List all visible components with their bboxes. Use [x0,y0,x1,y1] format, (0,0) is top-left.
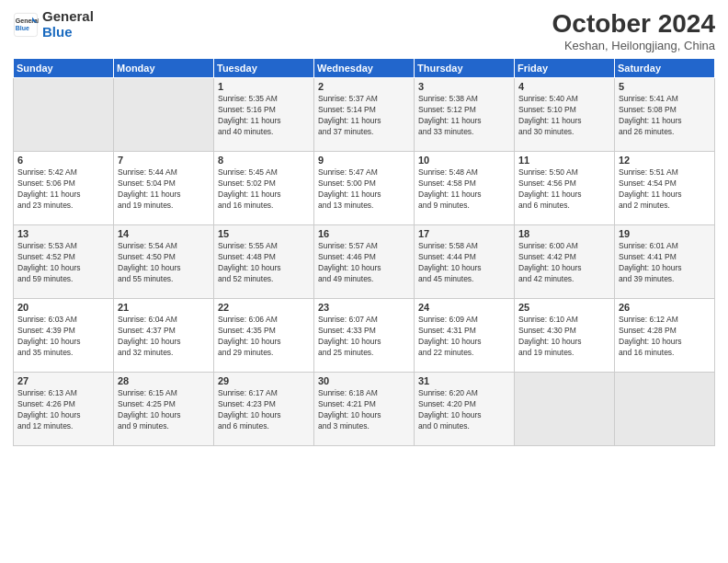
day-info: Sunrise: 5:51 AM Sunset: 4:54 PM Dayligh… [619,167,711,212]
day-number: 29 [218,375,310,386]
calendar-cell: 31Sunrise: 6:20 AM Sunset: 4:20 PM Dayli… [415,373,515,446]
day-number: 25 [518,302,610,313]
calendar-cell [14,78,114,152]
day-info: Sunrise: 6:01 AM Sunset: 4:41 PM Dayligh… [619,241,711,285]
calendar-cell: 16Sunrise: 5:57 AM Sunset: 4:46 PM Dayli… [314,225,415,299]
day-info: Sunrise: 6:17 AM Sunset: 4:23 PM Dayligh… [218,388,310,432]
day-number: 3 [418,81,510,92]
location: Keshan, Heilongjiang, China [552,39,715,52]
calendar-week-row: 27Sunrise: 6:13 AM Sunset: 4:26 PM Dayli… [14,373,715,446]
calendar-cell: 19Sunrise: 6:01 AM Sunset: 4:41 PM Dayli… [615,225,715,299]
calendar-cell: 27Sunrise: 6:13 AM Sunset: 4:26 PM Dayli… [14,373,114,446]
day-number: 23 [318,302,410,313]
logo: General Blue General Blue [13,9,94,40]
day-info: Sunrise: 5:40 AM Sunset: 5:10 PM Dayligh… [518,94,610,138]
day-number: 15 [218,228,310,239]
calendar-cell: 28Sunrise: 6:15 AM Sunset: 4:25 PM Dayli… [114,373,214,446]
calendar-cell: 2Sunrise: 5:37 AM Sunset: 5:14 PM Daylig… [314,78,415,152]
svg-text:Blue: Blue [16,24,29,30]
calendar-cell: 25Sunrise: 6:10 AM Sunset: 4:30 PM Dayli… [515,299,615,373]
day-number: 7 [118,155,210,166]
day-number: 10 [418,155,510,166]
calendar-cell: 10Sunrise: 5:48 AM Sunset: 4:58 PM Dayli… [415,152,515,225]
day-info: Sunrise: 5:38 AM Sunset: 5:12 PM Dayligh… [418,94,510,138]
day-info: Sunrise: 5:53 AM Sunset: 4:52 PM Dayligh… [17,241,109,285]
day-info: Sunrise: 5:44 AM Sunset: 5:04 PM Dayligh… [118,167,210,212]
day-number: 22 [218,302,310,313]
weekday-header: Monday [114,59,214,78]
calendar-cell: 14Sunrise: 5:54 AM Sunset: 4:50 PM Dayli… [114,225,214,299]
calendar-cell: 24Sunrise: 6:09 AM Sunset: 4:31 PM Dayli… [415,299,515,373]
calendar-week-row: 1Sunrise: 5:35 AM Sunset: 5:16 PM Daylig… [14,78,715,152]
calendar-cell: 20Sunrise: 6:03 AM Sunset: 4:39 PM Dayli… [14,299,114,373]
day-info: Sunrise: 5:57 AM Sunset: 4:46 PM Dayligh… [318,241,410,285]
day-info: Sunrise: 5:54 AM Sunset: 4:50 PM Dayligh… [118,241,210,285]
day-number: 19 [619,228,711,239]
weekday-header: Thursday [415,59,515,78]
day-number: 18 [518,228,610,239]
calendar-cell: 7Sunrise: 5:44 AM Sunset: 5:04 PM Daylig… [114,152,214,225]
day-info: Sunrise: 6:04 AM Sunset: 4:37 PM Dayligh… [118,315,210,359]
weekday-header: Wednesday [314,59,415,78]
day-info: Sunrise: 6:12 AM Sunset: 4:28 PM Dayligh… [619,315,711,359]
calendar-cell: 5Sunrise: 5:41 AM Sunset: 5:08 PM Daylig… [615,78,715,152]
day-number: 6 [17,155,109,166]
calendar-cell: 8Sunrise: 5:45 AM Sunset: 5:02 PM Daylig… [214,152,314,225]
logo-text-general: General [42,9,94,25]
day-info: Sunrise: 5:47 AM Sunset: 5:00 PM Dayligh… [318,167,410,212]
day-info: Sunrise: 5:41 AM Sunset: 5:08 PM Dayligh… [619,94,711,138]
day-info: Sunrise: 6:09 AM Sunset: 4:31 PM Dayligh… [418,315,510,359]
calendar-cell: 26Sunrise: 6:12 AM Sunset: 4:28 PM Dayli… [615,299,715,373]
calendar-cell: 9Sunrise: 5:47 AM Sunset: 5:00 PM Daylig… [314,152,415,225]
day-number: 14 [118,228,210,239]
day-info: Sunrise: 5:35 AM Sunset: 5:16 PM Dayligh… [218,94,310,138]
day-info: Sunrise: 6:15 AM Sunset: 4:25 PM Dayligh… [118,388,210,432]
calendar-cell: 30Sunrise: 6:18 AM Sunset: 4:21 PM Dayli… [314,373,415,446]
calendar-cell: 22Sunrise: 6:06 AM Sunset: 4:35 PM Dayli… [214,299,314,373]
day-number: 17 [418,228,510,239]
day-info: Sunrise: 5:42 AM Sunset: 5:06 PM Dayligh… [17,167,109,212]
calendar-table: SundayMondayTuesdayWednesdayThursdayFrid… [13,58,715,446]
day-number: 12 [619,155,711,166]
calendar-cell: 6Sunrise: 5:42 AM Sunset: 5:06 PM Daylig… [14,152,114,225]
calendar-cell: 4Sunrise: 5:40 AM Sunset: 5:10 PM Daylig… [515,78,615,152]
day-info: Sunrise: 5:48 AM Sunset: 4:58 PM Dayligh… [418,167,510,212]
calendar-cell: 17Sunrise: 5:58 AM Sunset: 4:44 PM Dayli… [415,225,515,299]
day-number: 20 [17,302,109,313]
day-number: 26 [619,302,711,313]
calendar-cell: 21Sunrise: 6:04 AM Sunset: 4:37 PM Dayli… [114,299,214,373]
calendar-cell: 1Sunrise: 5:35 AM Sunset: 5:16 PM Daylig… [214,78,314,152]
day-info: Sunrise: 5:37 AM Sunset: 5:14 PM Dayligh… [318,94,410,138]
calendar-cell: 18Sunrise: 6:00 AM Sunset: 4:42 PM Dayli… [515,225,615,299]
calendar-cell [114,78,214,152]
month-title: October 2024 [552,9,715,39]
calendar-cell [515,373,615,446]
day-number: 1 [218,81,310,92]
weekday-header: Sunday [14,59,114,78]
calendar-week-row: 20Sunrise: 6:03 AM Sunset: 4:39 PM Dayli… [14,299,715,373]
title-block: October 2024 Keshan, Heilongjiang, China [552,9,715,52]
day-number: 4 [518,81,610,92]
header-row: SundayMondayTuesdayWednesdayThursdayFrid… [14,59,715,78]
day-info: Sunrise: 6:03 AM Sunset: 4:39 PM Dayligh… [17,315,109,359]
day-info: Sunrise: 5:55 AM Sunset: 4:48 PM Dayligh… [218,241,310,285]
day-info: Sunrise: 5:58 AM Sunset: 4:44 PM Dayligh… [418,241,510,285]
calendar-cell: 29Sunrise: 6:17 AM Sunset: 4:23 PM Dayli… [214,373,314,446]
day-number: 28 [118,375,210,386]
weekday-header: Tuesday [214,59,314,78]
day-info: Sunrise: 6:18 AM Sunset: 4:21 PM Dayligh… [318,388,410,432]
calendar-cell: 12Sunrise: 5:51 AM Sunset: 4:54 PM Dayli… [615,152,715,225]
day-number: 9 [318,155,410,166]
page-container: General Blue General Blue October 2024 K… [0,0,728,455]
day-number: 27 [17,375,109,386]
day-number: 24 [418,302,510,313]
weekday-header: Saturday [615,59,715,78]
calendar-week-row: 6Sunrise: 5:42 AM Sunset: 5:06 PM Daylig… [14,152,715,225]
day-info: Sunrise: 6:10 AM Sunset: 4:30 PM Dayligh… [518,315,610,359]
logo-text-blue: Blue [42,25,94,40]
calendar-cell: 15Sunrise: 5:55 AM Sunset: 4:48 PM Dayli… [214,225,314,299]
weekday-header: Friday [515,59,615,78]
day-info: Sunrise: 5:45 AM Sunset: 5:02 PM Dayligh… [218,167,310,212]
day-info: Sunrise: 6:00 AM Sunset: 4:42 PM Dayligh… [518,241,610,285]
day-info: Sunrise: 6:13 AM Sunset: 4:26 PM Dayligh… [17,388,109,432]
